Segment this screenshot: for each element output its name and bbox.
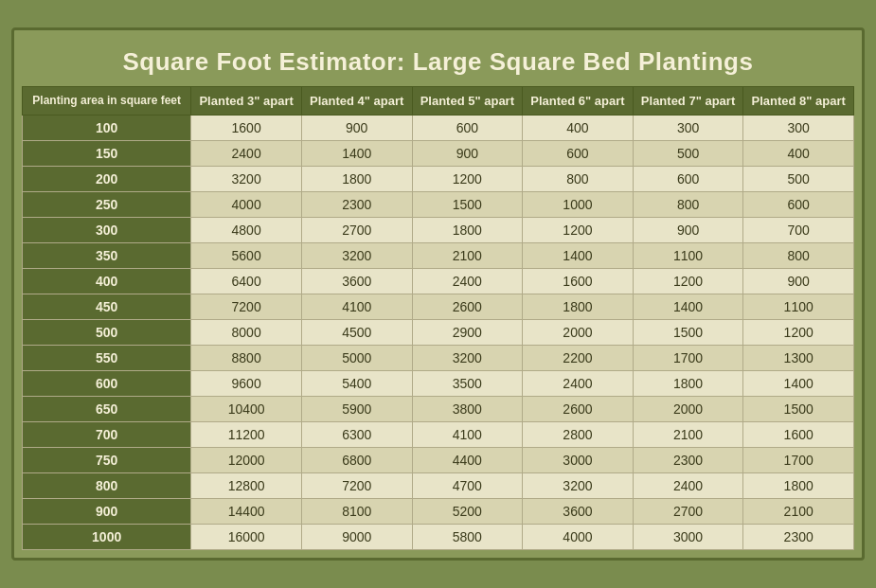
data-cell: 1100 [633, 243, 743, 269]
data-cell: 1800 [412, 218, 523, 243]
data-cell: 3000 [523, 448, 634, 473]
data-cell: 900 [743, 269, 854, 294]
column-header-0: Planting area in square feet [23, 86, 191, 116]
data-cell: 2400 [412, 269, 523, 294]
data-cell: 4500 [301, 320, 412, 346]
data-cell: 400 [743, 141, 854, 167]
data-cell: 1200 [523, 218, 634, 243]
data-cell: 1200 [743, 320, 854, 346]
data-cell: 1400 [523, 243, 634, 269]
column-header-5: Planted 7" apart [633, 86, 743, 116]
data-cell: 3500 [412, 371, 523, 397]
column-header-2: Planted 4" apart [301, 86, 412, 116]
column-header-1: Planted 3" apart [191, 86, 302, 116]
data-cell: 2800 [523, 422, 634, 448]
data-cell: 3600 [523, 499, 634, 525]
data-cell: 600 [412, 116, 523, 141]
column-header-4: Planted 6" apart [523, 86, 634, 116]
table-row: 550880050003200220017001300 [23, 346, 854, 371]
data-cell: 2200 [523, 346, 634, 371]
data-cell: 2300 [743, 525, 854, 550]
data-cell: 1600 [523, 269, 634, 294]
table-row: 10001600090005800400030002300 [23, 525, 854, 550]
data-cell: 2700 [301, 218, 412, 243]
data-cell: 1400 [301, 141, 412, 167]
data-cell: 6300 [301, 422, 412, 448]
data-cell: 4100 [301, 294, 412, 320]
data-cell: 1400 [633, 294, 743, 320]
area-cell: 1000 [23, 525, 191, 550]
area-cell: 800 [23, 473, 191, 499]
data-cell: 8800 [191, 346, 302, 371]
planting-table: Planting area in square feetPlanted 3" a… [22, 86, 854, 551]
area-cell: 750 [23, 448, 191, 473]
data-cell: 2100 [412, 243, 523, 269]
data-cell: 14400 [191, 499, 302, 525]
data-cell: 3200 [523, 473, 634, 499]
data-cell: 1600 [743, 422, 854, 448]
data-cell: 9600 [191, 371, 302, 397]
data-cell: 1600 [191, 116, 302, 141]
data-cell: 4400 [412, 448, 523, 473]
data-cell: 1300 [743, 346, 854, 371]
data-cell: 9000 [301, 525, 412, 550]
data-cell: 4800 [191, 218, 302, 243]
data-cell: 5200 [412, 499, 523, 525]
data-cell: 2000 [523, 320, 634, 346]
data-cell: 12000 [191, 448, 302, 473]
data-cell: 3600 [301, 269, 412, 294]
table-row: 35056003200210014001100800 [23, 243, 854, 269]
data-cell: 1800 [523, 294, 634, 320]
table-row: 7001120063004100280021001600 [23, 422, 854, 448]
data-cell: 2300 [301, 192, 412, 218]
area-cell: 450 [23, 294, 191, 320]
data-cell: 2400 [523, 371, 634, 397]
data-cell: 500 [633, 141, 743, 167]
data-cell: 5900 [301, 397, 412, 422]
data-cell: 800 [633, 192, 743, 218]
data-cell: 4000 [191, 192, 302, 218]
table-row: 450720041002600180014001100 [23, 294, 854, 320]
data-cell: 11200 [191, 422, 302, 448]
data-cell: 900 [633, 218, 743, 243]
data-cell: 2400 [191, 141, 302, 167]
data-cell: 7200 [301, 473, 412, 499]
area-cell: 200 [23, 167, 191, 192]
data-cell: 900 [301, 116, 412, 141]
column-header-6: Planted 8" apart [743, 86, 854, 116]
data-cell: 1800 [301, 167, 412, 192]
table-row: 2504000230015001000800600 [23, 192, 854, 218]
data-cell: 4700 [412, 473, 523, 499]
data-cell: 4000 [523, 525, 634, 550]
table-row: 7501200068004400300023001700 [23, 448, 854, 473]
table-row: 8001280072004700320024001800 [23, 473, 854, 499]
column-header-3: Planted 5" apart [412, 86, 523, 116]
area-cell: 550 [23, 346, 191, 371]
table-row: 600960054003500240018001400 [23, 371, 854, 397]
page-title: Square Foot Estimator: Large Square Bed … [22, 38, 854, 86]
area-cell: 600 [23, 371, 191, 397]
table-row: 3004800270018001200900700 [23, 218, 854, 243]
data-cell: 1500 [633, 320, 743, 346]
table-row: 15024001400900600500400 [23, 141, 854, 167]
area-cell: 350 [23, 243, 191, 269]
data-cell: 800 [743, 243, 854, 269]
data-cell: 3200 [191, 167, 302, 192]
data-cell: 2100 [633, 422, 743, 448]
area-cell: 250 [23, 192, 191, 218]
data-cell: 3800 [412, 397, 523, 422]
data-cell: 5000 [301, 346, 412, 371]
data-cell: 1500 [412, 192, 523, 218]
data-cell: 800 [523, 167, 634, 192]
area-cell: 400 [23, 269, 191, 294]
table-row: 1001600900600400300300 [23, 116, 854, 141]
data-cell: 2400 [633, 473, 743, 499]
area-cell: 150 [23, 141, 191, 167]
data-cell: 2900 [412, 320, 523, 346]
data-cell: 400 [523, 116, 634, 141]
data-cell: 2600 [412, 294, 523, 320]
table-row: 500800045002900200015001200 [23, 320, 854, 346]
data-cell: 500 [743, 167, 854, 192]
main-container: Square Foot Estimator: Large Square Bed … [11, 27, 865, 561]
data-cell: 2000 [633, 397, 743, 422]
